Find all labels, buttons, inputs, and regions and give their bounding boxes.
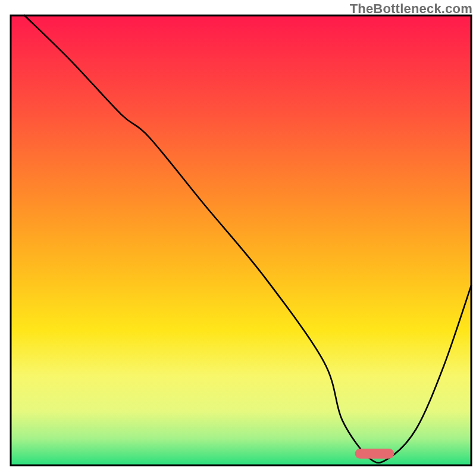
optimal-range-marker <box>355 449 394 459</box>
chart-stage: TheBottleneck.com <box>0 0 476 476</box>
watermark-label: TheBottleneck.com <box>350 1 472 17</box>
plot-background <box>11 15 471 465</box>
bottleneck-chart <box>0 0 476 476</box>
